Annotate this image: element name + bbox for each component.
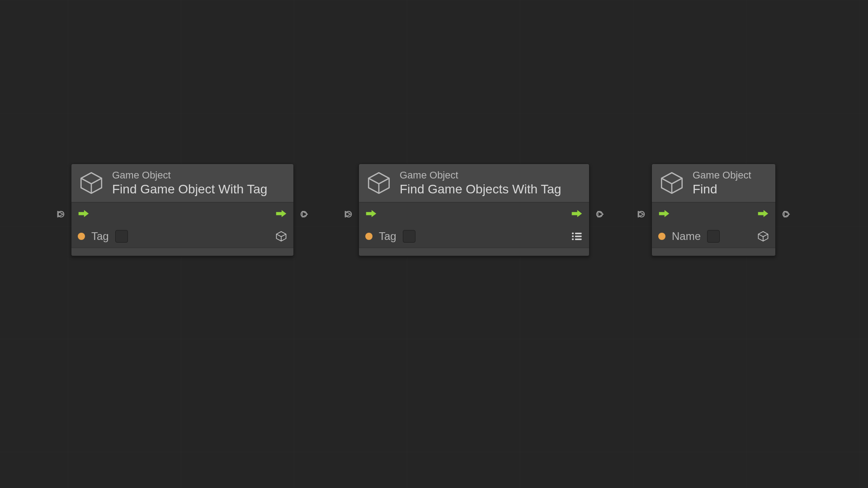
svg-point-8: [346, 211, 352, 217]
flow-in-arrow-icon: [365, 210, 377, 218]
node-find-game-object-with-tag[interactable]: Game Object Find Game Object With Tag: [71, 164, 294, 256]
node-footer: [71, 248, 293, 256]
node-footer: [652, 248, 775, 256]
param-label: Tag: [91, 230, 109, 243]
param-dot-icon: [365, 233, 373, 240]
value-out-port[interactable]: [782, 210, 790, 218]
cube-icon: [79, 170, 104, 196]
flow-in-arrow-icon: [658, 210, 670, 218]
cube-icon: [366, 170, 392, 196]
param-input-name[interactable]: [707, 230, 720, 243]
output-list-icon: [571, 230, 583, 242]
param-dot-icon: [658, 233, 665, 240]
flow-out-arrow-icon: [275, 210, 287, 218]
flow-in-arrow-icon: [78, 210, 90, 218]
node-title: Find: [693, 182, 751, 197]
param-label: Name: [672, 230, 701, 243]
svg-point-6: [572, 238, 574, 240]
value-out-port[interactable]: [595, 210, 604, 218]
node-title: Find Game Object With Tag: [112, 182, 267, 197]
output-object-icon: [757, 230, 769, 242]
node-body: Tag: [359, 202, 589, 248]
node-category: Game Object: [693, 169, 751, 181]
cube-icon: [659, 170, 684, 196]
param-dot-icon: [78, 233, 85, 240]
param-in-port[interactable]: [637, 210, 646, 218]
node-header[interactable]: Game Object Find: [652, 164, 775, 202]
node-body: Name: [652, 202, 775, 248]
value-out-port[interactable]: [300, 210, 308, 218]
node-title: Find Game Objects With Tag: [400, 182, 561, 197]
node-header[interactable]: Game Object Find Game Objects With Tag: [359, 164, 589, 202]
flow-out-arrow-icon: [571, 210, 583, 218]
svg-rect-3: [575, 233, 582, 234]
param-input-tag[interactable]: [403, 230, 415, 243]
svg-point-4: [572, 235, 574, 237]
param-in-port[interactable]: [57, 210, 65, 218]
svg-point-9: [597, 211, 603, 217]
node-find[interactable]: Game Object Find: [651, 164, 776, 256]
param-input-tag[interactable]: [115, 230, 128, 243]
node-body: Tag: [71, 202, 293, 248]
node-category: Game Object: [400, 169, 561, 181]
node-header[interactable]: Game Object Find Game Object With Tag: [71, 164, 293, 202]
flow-out-arrow-icon: [757, 210, 769, 218]
node-find-game-objects-with-tag[interactable]: Game Object Find Game Objects With Tag: [359, 164, 590, 256]
node-footer: [359, 248, 589, 256]
node-category: Game Object: [112, 169, 267, 181]
param-label: Tag: [379, 230, 396, 243]
svg-point-11: [783, 211, 789, 217]
svg-point-0: [58, 211, 64, 217]
svg-point-1: [301, 211, 307, 217]
output-object-icon: [275, 230, 287, 242]
svg-point-10: [639, 211, 645, 217]
svg-rect-7: [575, 239, 582, 240]
svg-point-2: [572, 232, 574, 234]
svg-rect-5: [575, 235, 582, 237]
param-in-port[interactable]: [344, 210, 353, 218]
